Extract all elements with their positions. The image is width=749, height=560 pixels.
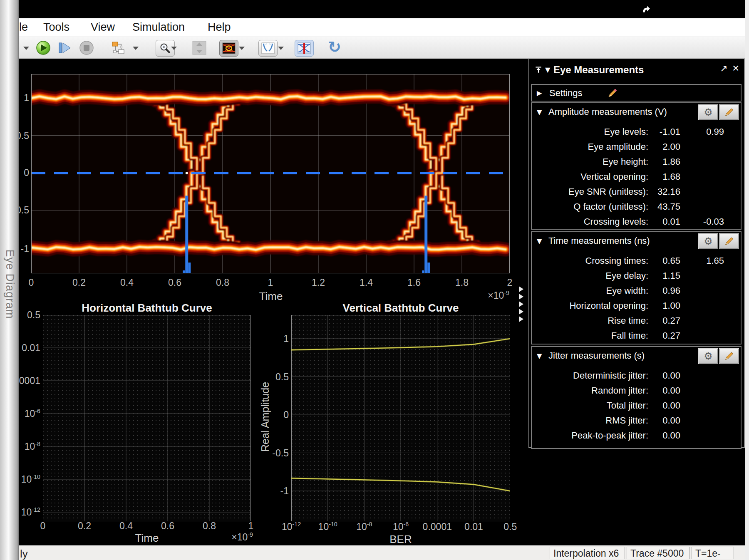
gear-button[interactable]: ⚙ — [699, 105, 718, 120]
expand-triangle-icon[interactable]: ▶ — [537, 89, 542, 97]
measurement-row: Eye amplitude:2.00 — [532, 141, 741, 154]
run-button[interactable] — [36, 40, 51, 55]
vertical-bathtub-plot[interactable] — [291, 315, 510, 521]
menu-item-le[interactable]: le — [19, 21, 28, 34]
measurement-label: Fall time: — [532, 330, 648, 341]
splitter-arrow-icon[interactable] — [519, 286, 523, 292]
status-time: T=1e-05 — [692, 547, 734, 559]
refresh-button[interactable]: ↻ — [328, 38, 341, 56]
measurement-row: Random jitter:0.00 — [532, 385, 741, 398]
autoscale-button — [192, 40, 207, 55]
dropdown-caret-icon[interactable] — [171, 47, 177, 50]
measurement-label: Eye delay: — [532, 270, 648, 281]
menu-item-simulation[interactable]: Simulation — [132, 21, 185, 34]
eye-measurements-panel: ▼ Eye Measurements ↗ × ▶ Settings ▼Ampli… — [528, 54, 745, 448]
gear-button[interactable]: ⚙ — [699, 349, 718, 364]
measurement-row: Total jitter:0.00 — [532, 400, 741, 413]
pencil-button[interactable] — [719, 105, 739, 120]
eye-diagram-plot[interactable] — [31, 74, 510, 273]
window-corner-icon[interactable] — [642, 5, 651, 14]
collapse-triangle-icon[interactable]: ▼ — [537, 108, 542, 116]
eye-diagram-scope-window: leToolsViewSimulationHelp — [0, 0, 749, 560]
section-title: Amplitude measurements (V) — [548, 107, 667, 117]
pencil-button[interactable] — [719, 234, 739, 249]
measurement-row: Crossing levels:0.01-0.03 — [532, 216, 741, 229]
tick-label: 10-10 — [21, 473, 40, 485]
pencil-icon — [724, 352, 734, 361]
step-forward-button[interactable] — [57, 40, 72, 55]
dropdown-caret-icon[interactable] — [23, 47, 29, 50]
settings-section[interactable]: ▶ Settings — [531, 84, 742, 102]
pencil-button[interactable] — [719, 349, 739, 364]
menu-item-view[interactable]: View — [91, 21, 115, 34]
undock-icon[interactable]: ↗ — [720, 63, 727, 74]
title-bar — [0, 0, 749, 18]
collapse-triangle-icon[interactable]: ▼ — [537, 237, 542, 245]
measurement-label: Crossing levels: — [532, 216, 648, 227]
splitter-arrow-icon[interactable] — [519, 294, 523, 300]
measurement-value: 0.01 — [650, 216, 680, 227]
eye-xlabel: Time — [259, 290, 283, 303]
measurement-label: Deterministic jitter: — [532, 370, 648, 381]
measurement-label: Eye amplitude: — [532, 141, 648, 152]
panel-title: Eye Measurements — [553, 64, 644, 76]
tick-label: 0.2 — [78, 520, 91, 532]
measurement-row: Eye height:1.86 — [532, 156, 741, 169]
tick-label: 0.8 — [216, 277, 229, 288]
gear-icon: ⚙ — [704, 107, 713, 117]
measurement-value: 0.27 — [650, 315, 680, 326]
eye-crossing-view-button[interactable] — [295, 40, 314, 57]
status-trace: Trace #5000 — [627, 547, 690, 559]
splitter-arrow-icon[interactable] — [519, 316, 523, 322]
tick-label: 0 — [283, 409, 289, 421]
tick-label: 10-12 — [282, 521, 301, 533]
tick-label: -0.5 — [272, 447, 289, 458]
window-right-edge — [745, 0, 749, 560]
measurement-label: Random jitter: — [532, 385, 648, 396]
pencil-icon — [724, 237, 734, 246]
menu-item-help[interactable]: Help — [208, 21, 231, 34]
tick-label: 0.5 — [27, 310, 40, 321]
measurement-row: Vertical opening:1.68 — [532, 171, 741, 184]
hbathtub-xlabel: Time — [135, 532, 159, 545]
tick-label: 0 — [40, 520, 46, 532]
measurement-row: Q factor (unitless):43.75 — [532, 201, 741, 214]
edit-pencil-icon[interactable] — [608, 88, 618, 98]
eye-diagram-view-button[interactable] — [219, 40, 238, 57]
dropdown-caret-icon[interactable] — [278, 47, 284, 50]
panel-menu-icon[interactable]: ▼ — [545, 66, 550, 74]
measurement-label: Rise time: — [532, 315, 648, 326]
measurement-row: Eye SNR (unitless):32.16 — [532, 186, 741, 199]
splitter-arrow-icon[interactable] — [519, 301, 523, 307]
tick-label: 0.4 — [120, 277, 134, 288]
dropdown-caret-icon[interactable] — [133, 47, 139, 50]
toolbar: ↻ — [19, 37, 745, 59]
measurement-value: 0.65 — [650, 255, 680, 266]
splitter-arrow-icon[interactable] — [519, 309, 523, 315]
vbathtub-xlabel: BER — [389, 533, 412, 546]
menu-item-tools[interactable]: Tools — [43, 21, 69, 34]
tick-label: 0.6 — [168, 277, 181, 288]
close-icon[interactable]: × — [732, 62, 739, 75]
gear-button[interactable]: ⚙ — [699, 234, 718, 249]
measurement-section: ▼Amplitude measurements (V)⚙Eye levels:-… — [531, 102, 742, 230]
gear-icon: ⚙ — [704, 236, 713, 246]
bathtub-view-button[interactable] — [258, 40, 278, 57]
bathtub-curves-icon — [261, 42, 275, 54]
simulink-model-button[interactable] — [111, 41, 125, 55]
vbathtub-title: Vertical Bathtub Curve — [343, 302, 459, 315]
collapse-triangle-icon[interactable]: ▼ — [537, 352, 542, 360]
zoom-icon — [159, 42, 171, 54]
dropdown-caret-icon[interactable] — [239, 47, 245, 50]
measurement-value: 0.00 — [650, 400, 680, 411]
measurement-value: 0.99 — [694, 126, 724, 137]
horizontal-bathtub-plot[interactable] — [43, 315, 251, 521]
pin-icon[interactable] — [534, 66, 543, 74]
tick-label: 0.5 — [275, 371, 289, 382]
eye-crossing-icon — [298, 42, 311, 54]
sidebar-tab[interactable]: Eye Diagram — [0, 0, 19, 560]
measurement-row: Horizontal opening:1.00 — [532, 300, 741, 313]
sidebar-tab-label: Eye Diagram — [3, 249, 16, 319]
measurement-value: 1.65 — [694, 255, 724, 266]
tick-label: 10-12 — [21, 506, 40, 518]
